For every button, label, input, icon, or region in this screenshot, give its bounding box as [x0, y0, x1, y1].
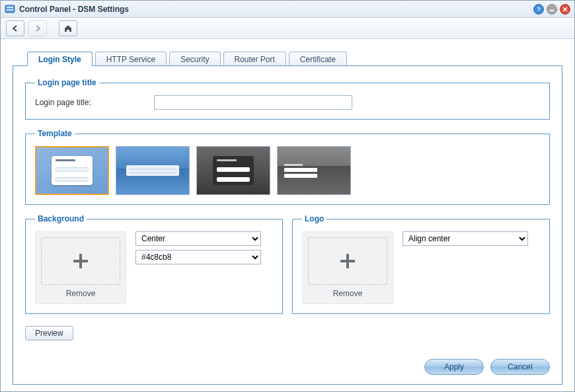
- background-position-select[interactable]: Center: [135, 231, 261, 246]
- login-title-label: Login page title:: [35, 98, 147, 107]
- login-style-panel: Login page title Login page title: Templ…: [13, 65, 562, 385]
- help-button[interactable]: ?: [533, 4, 544, 15]
- tab-label: HTTP Service: [106, 55, 155, 64]
- template-option-1[interactable]: [35, 146, 109, 195]
- home-button[interactable]: [59, 20, 77, 36]
- tab-http-service[interactable]: HTTP Service: [95, 52, 167, 66]
- preview-button[interactable]: Preview: [25, 326, 73, 340]
- tab-router-port[interactable]: Router Port: [223, 52, 286, 66]
- tabstrip: Login Style HTTP Service Security Router…: [13, 51, 562, 65]
- template-fieldset: Template: [25, 129, 550, 205]
- svg-rect-0: [5, 5, 15, 13]
- minimize-button[interactable]: [547, 4, 557, 15]
- logo-upload-tile: Remove: [302, 231, 393, 304]
- logo-fieldset: Logo Remove Align center: [292, 214, 550, 314]
- close-button[interactable]: [560, 4, 570, 15]
- background-legend: Background: [35, 214, 87, 223]
- plus-icon: [338, 251, 358, 271]
- background-upload-drop[interactable]: [41, 237, 120, 285]
- logo-legend: Logo: [302, 214, 326, 223]
- back-button[interactable]: [6, 20, 24, 36]
- background-color-select[interactable]: #4c8cb8: [135, 250, 261, 264]
- template-option-2[interactable]: [116, 146, 190, 195]
- login-title-legend: Login page title: [35, 78, 99, 87]
- control-panel-icon: [5, 4, 15, 15]
- tab-login-style[interactable]: Login Style: [27, 52, 93, 66]
- tab-label: Security: [180, 55, 209, 64]
- template-option-4[interactable]: [277, 146, 351, 195]
- tab-label: Router Port: [235, 55, 275, 64]
- template-option-3[interactable]: [196, 146, 270, 195]
- svg-text:?: ?: [537, 6, 541, 13]
- tab-security[interactable]: Security: [169, 52, 220, 66]
- tab-label: Login Style: [38, 55, 81, 64]
- forward-button[interactable]: [28, 20, 47, 36]
- svg-rect-8: [340, 260, 355, 262]
- dsm-settings-window: Control Panel - DSM Settings ? Login Sty…: [0, 0, 575, 392]
- background-remove-link[interactable]: Remove: [66, 289, 96, 298]
- titlebar: Control Panel - DSM Settings ?: [1, 1, 574, 18]
- svg-rect-4: [550, 10, 554, 11]
- logo-remove-link[interactable]: Remove: [333, 289, 363, 298]
- cancel-button[interactable]: Cancel: [490, 359, 550, 375]
- login-title-fieldset: Login page title Login page title:: [25, 78, 550, 120]
- window-title: Control Panel - DSM Settings: [19, 5, 129, 14]
- plus-icon: [71, 251, 91, 271]
- tab-label: Certificate: [300, 55, 336, 64]
- content-area: Login Style HTTP Service Security Router…: [1, 39, 574, 391]
- tab-certificate[interactable]: Certificate: [289, 52, 347, 66]
- login-title-input[interactable]: [154, 95, 352, 110]
- logo-upload-drop[interactable]: [308, 237, 387, 285]
- template-legend: Template: [35, 129, 75, 138]
- svg-rect-6: [73, 260, 88, 262]
- svg-rect-2: [7, 9, 13, 11]
- nav-toolbar: [1, 18, 574, 39]
- logo-align-select[interactable]: Align center: [402, 231, 528, 246]
- svg-rect-1: [7, 7, 13, 8]
- apply-button[interactable]: Apply: [424, 359, 484, 375]
- background-fieldset: Background Remove Center: [25, 214, 283, 314]
- background-upload-tile: Remove: [35, 231, 126, 304]
